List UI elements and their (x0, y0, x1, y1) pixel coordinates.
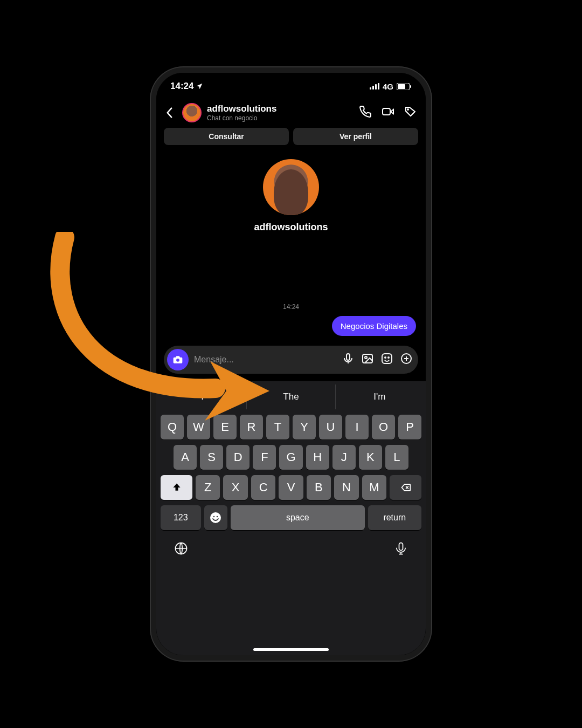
location-icon (196, 83, 203, 90)
message-timestamp: 14:24 (156, 303, 426, 311)
key-j[interactable]: J (332, 445, 356, 470)
svg-point-23 (213, 516, 215, 518)
key-z[interactable]: Z (196, 475, 220, 500)
dictation-icon[interactable] (393, 541, 408, 558)
svg-rect-11 (347, 354, 350, 360)
chat-header: adflowsolutions Chat con negocio (156, 100, 426, 128)
clock-text: 14:24 (170, 81, 193, 92)
key-backspace[interactable] (390, 475, 421, 500)
message-row: Negocios Digitales (156, 311, 426, 336)
key-q[interactable]: Q (161, 415, 184, 439)
svg-point-24 (217, 516, 218, 518)
key-emoji[interactable] (204, 505, 228, 530)
sent-message-bubble[interactable]: Negocios Digitales (332, 316, 416, 336)
dynamic-island (261, 80, 321, 97)
svg-point-15 (385, 357, 386, 358)
network-label: 4G (383, 82, 393, 91)
key-123[interactable]: 123 (161, 505, 201, 530)
keyboard: I The I'm Q W E R T Y U I O P A S D F (156, 381, 426, 655)
svg-rect-1 (372, 86, 374, 90)
sticker-icon[interactable] (380, 352, 393, 367)
suggestion-3[interactable]: I'm (336, 384, 424, 409)
key-u[interactable]: U (319, 415, 342, 439)
svg-rect-5 (398, 84, 405, 89)
key-b[interactable]: B (307, 475, 331, 500)
key-row-bottom: 123 space return (158, 505, 424, 530)
key-n[interactable]: N (334, 475, 358, 500)
mic-icon[interactable] (342, 352, 355, 367)
video-call-icon[interactable] (382, 105, 394, 120)
status-indicators: 4G (370, 82, 412, 91)
profile-avatar[interactable] (263, 159, 319, 215)
key-row-1: Q W E R T Y U I O P (158, 415, 424, 439)
svg-rect-6 (410, 85, 411, 88)
key-g[interactable]: G (279, 445, 302, 470)
key-o[interactable]: O (372, 415, 395, 439)
key-f[interactable]: F (253, 445, 276, 470)
key-d[interactable]: D (226, 445, 250, 470)
suggestion-1[interactable]: I (158, 384, 247, 409)
profile-name: adflowsolutions (156, 222, 426, 233)
key-y[interactable]: Y (293, 415, 316, 439)
signal-icon (370, 83, 379, 90)
key-p[interactable]: P (398, 415, 421, 439)
header-subtitle: Chat con negocio (207, 114, 354, 122)
key-l[interactable]: L (385, 445, 408, 470)
key-k[interactable]: K (359, 445, 382, 470)
camera-button[interactable] (167, 349, 189, 370)
svg-rect-26 (399, 543, 403, 551)
battery-icon (397, 83, 412, 90)
header-username: adflowsolutions (207, 104, 354, 114)
consult-button[interactable]: Consultar (164, 128, 289, 145)
tag-icon[interactable] (404, 105, 417, 120)
keyboard-suggestions: I The I'm (158, 384, 424, 409)
keyboard-bottom-row (158, 530, 424, 558)
suggestion-2[interactable]: The (247, 384, 335, 409)
call-icon[interactable] (359, 105, 372, 120)
svg-rect-7 (383, 108, 390, 115)
image-icon[interactable] (361, 352, 374, 367)
key-a[interactable]: A (174, 445, 197, 470)
phone-frame: 14:24 4G adflowsolutions Chat con negoci… (151, 67, 431, 661)
profile-summary: adflowsolutions (156, 159, 426, 233)
key-c[interactable]: C (251, 475, 275, 500)
key-s[interactable]: S (200, 445, 223, 470)
svg-point-13 (365, 356, 367, 359)
svg-point-22 (210, 512, 221, 523)
key-i[interactable]: I (345, 415, 369, 439)
svg-point-16 (388, 357, 389, 358)
key-e[interactable]: E (213, 415, 237, 439)
key-h[interactable]: H (306, 445, 329, 470)
add-icon[interactable] (400, 352, 413, 367)
svg-rect-3 (378, 83, 379, 90)
key-r[interactable]: R (240, 415, 263, 439)
svg-point-10 (176, 359, 179, 362)
message-input-bar (164, 346, 418, 374)
key-x[interactable]: X (223, 475, 247, 500)
key-row-2: A S D F G H J K L (158, 445, 424, 470)
screen: 14:24 4G adflowsolutions Chat con negoci… (156, 73, 426, 655)
key-m[interactable]: M (362, 475, 386, 500)
key-shift[interactable] (161, 475, 192, 500)
chat-title-block[interactable]: adflowsolutions Chat con negocio (207, 104, 354, 122)
message-input[interactable] (194, 355, 336, 365)
key-space[interactable]: space (231, 505, 365, 530)
key-v[interactable]: V (279, 475, 303, 500)
svg-rect-0 (370, 87, 371, 90)
svg-point-9 (407, 109, 408, 110)
globe-icon[interactable] (174, 541, 189, 558)
key-row-3: Z X C V B N M (158, 475, 424, 500)
view-profile-button[interactable]: Ver perfil (293, 128, 418, 145)
key-t[interactable]: T (266, 415, 289, 439)
key-w[interactable]: W (187, 415, 210, 439)
svg-marker-8 (391, 109, 393, 114)
action-pill-row: Consultar Ver perfil (156, 128, 426, 149)
home-indicator[interactable] (253, 648, 329, 651)
svg-rect-14 (382, 354, 392, 363)
status-time: 14:24 (170, 81, 203, 92)
key-return[interactable]: return (368, 505, 421, 530)
header-avatar[interactable] (182, 103, 202, 122)
back-button[interactable] (162, 107, 177, 118)
svg-rect-2 (375, 84, 377, 90)
